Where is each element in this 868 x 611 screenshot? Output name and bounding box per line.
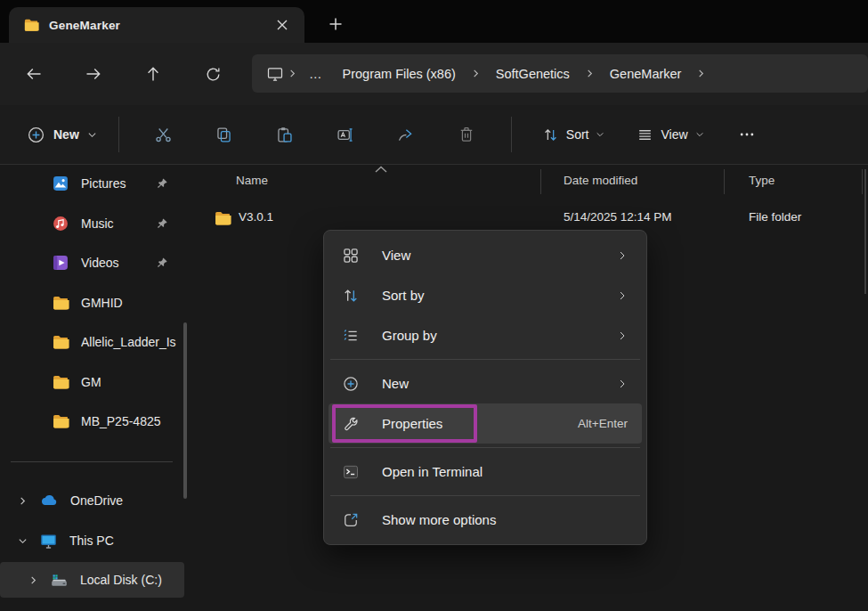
new-button[interactable]: New xyxy=(20,120,104,150)
breadcrumb-segment[interactable]: SoftGenetics xyxy=(484,67,581,81)
breadcrumb-segment[interactable]: GeneMarker xyxy=(598,67,694,81)
view-button[interactable]: View xyxy=(628,120,712,150)
up-button[interactable] xyxy=(137,58,169,90)
tab-title: GeneMarker xyxy=(49,19,120,32)
column-header-row: Name Date modified Type xyxy=(205,165,868,199)
context-menu-separator xyxy=(330,359,640,360)
more-options-button[interactable] xyxy=(729,118,765,151)
context-menu-item-group-by[interactable]: Group by xyxy=(329,315,642,355)
paste-button[interactable] xyxy=(267,118,303,151)
context-menu-item-view[interactable]: View xyxy=(329,235,642,275)
context-menu-item-open-in-terminal[interactable]: Open in Terminal xyxy=(329,452,642,492)
tab-close-icon[interactable] xyxy=(269,12,296,38)
column-header-date-modified[interactable]: Date modified xyxy=(564,174,637,187)
refresh-button[interactable] xyxy=(197,58,229,90)
submenu-chevron-icon xyxy=(617,290,628,301)
context-menu-item-new[interactable]: New xyxy=(329,363,642,403)
context-menu-separator xyxy=(330,495,640,496)
chevron-right-icon[interactable] xyxy=(467,69,484,78)
rename-button[interactable] xyxy=(328,118,363,151)
navigation-bar: … Program Files (x86) SoftGenetics GeneM… xyxy=(0,43,868,105)
view-button-label: View xyxy=(661,127,687,142)
menu-item-label: Sort by xyxy=(382,288,425,303)
toolbar-divider xyxy=(118,117,119,152)
music-icon xyxy=(52,215,69,232)
column-divider[interactable] xyxy=(862,169,863,194)
sidebar-item-local-disk-c[interactable]: Local Disk (C:) xyxy=(0,562,184,598)
view-icon xyxy=(637,126,653,143)
column-header-name[interactable]: Name xyxy=(236,174,268,187)
sidebar-item-label: GM xyxy=(81,375,184,389)
context-menu-item-show-more-options[interactable]: Show more options xyxy=(329,500,642,540)
chevron-right-icon[interactable] xyxy=(581,69,598,78)
sidebar-item-allelic-ladder[interactable]: Allelic_Ladder_Is xyxy=(0,323,184,361)
forward-button[interactable] xyxy=(77,58,110,90)
chevron-right-icon[interactable] xyxy=(12,496,32,506)
column-header-type[interactable]: Type xyxy=(749,174,775,187)
sidebar-separator xyxy=(11,461,173,462)
pin-icon xyxy=(156,177,168,190)
pin-icon xyxy=(156,217,168,230)
folder-icon xyxy=(52,294,69,312)
tab-strip: GeneMarker xyxy=(0,0,868,43)
content-scrollbar[interactable] xyxy=(864,169,866,294)
sidebar-item-videos[interactable]: Videos xyxy=(0,244,184,281)
context-menu-item-sort-by[interactable]: Sort by xyxy=(329,275,642,315)
chevron-right-icon[interactable] xyxy=(23,575,43,585)
group-by-icon xyxy=(341,327,361,345)
sidebar-item-onedrive[interactable]: OneDrive xyxy=(0,482,184,519)
column-divider[interactable] xyxy=(724,169,725,194)
sidebar-item-label: GMHID xyxy=(81,296,184,310)
this-pc-icon[interactable] xyxy=(266,65,284,83)
menu-item-label: New xyxy=(382,376,409,391)
sort-icon xyxy=(341,287,361,305)
breadcrumb-segment[interactable]: Program Files (x86) xyxy=(331,67,467,81)
sidebar-item-mb-p25-4825[interactable]: MB_P25-4825 xyxy=(0,403,184,440)
chevron-down-icon xyxy=(695,130,704,139)
sidebar-item-this-pc[interactable]: This PC xyxy=(0,522,184,559)
sidebar-item-music[interactable]: Music xyxy=(0,205,184,242)
chevron-down-icon xyxy=(596,130,604,139)
chevron-right-icon[interactable] xyxy=(693,69,710,78)
new-tab-button[interactable] xyxy=(320,9,351,39)
folder-icon xyxy=(214,209,231,227)
sidebar-item-label: Allelic_Ladder_Is xyxy=(81,335,184,349)
pictures-icon xyxy=(52,175,69,192)
local-disk-icon xyxy=(50,571,69,590)
share-button[interactable] xyxy=(388,118,424,151)
sidebar-item-label: Music xyxy=(81,216,156,231)
sidebar-item-pictures[interactable]: Pictures xyxy=(0,165,184,202)
file-explorer-window: GeneMarker xyxy=(0,0,868,611)
delete-button[interactable] xyxy=(449,118,484,151)
tab-genemarker[interactable]: GeneMarker xyxy=(9,7,304,43)
submenu-chevron-icon xyxy=(617,330,628,341)
context-menu-item-properties[interactable]: Properties Alt+Enter xyxy=(329,403,642,444)
sidebar-item-label: MB_P25-4825 xyxy=(81,414,184,428)
copy-button[interactable] xyxy=(207,118,242,151)
submenu-chevron-icon xyxy=(617,379,628,389)
sidebar-item-label: OneDrive xyxy=(70,493,184,508)
cut-button[interactable] xyxy=(146,118,182,151)
sort-button-label: Sort xyxy=(566,127,589,142)
menu-item-shortcut: Alt+Enter xyxy=(578,417,628,430)
sidebar-item-gm[interactable]: GM xyxy=(0,363,184,401)
new-button-label: New xyxy=(53,127,79,142)
column-divider[interactable] xyxy=(540,169,541,194)
sidebar-item-label: Local Disk (C:) xyxy=(80,573,184,587)
back-button[interactable] xyxy=(18,58,50,90)
chevron-down-icon[interactable] xyxy=(12,536,32,546)
folder-icon xyxy=(52,373,69,391)
sidebar-scrollbar[interactable] xyxy=(183,322,187,499)
sidebar-item-label: This PC xyxy=(69,534,184,548)
new-plus-icon xyxy=(341,375,361,393)
menu-item-label: View xyxy=(382,248,410,263)
folder-icon xyxy=(23,17,39,33)
address-bar[interactable]: … Program Files (x86) SoftGenetics GeneM… xyxy=(252,54,868,93)
sidebar-item-label: Pictures xyxy=(81,176,156,191)
breadcrumb-overflow[interactable]: … xyxy=(301,67,331,81)
view-grid-icon xyxy=(341,247,361,265)
show-more-options-icon xyxy=(341,511,361,529)
sidebar-item-gmhid[interactable]: GMHID xyxy=(0,284,184,322)
sort-button[interactable]: Sort xyxy=(533,120,614,150)
context-menu-separator xyxy=(330,447,640,448)
